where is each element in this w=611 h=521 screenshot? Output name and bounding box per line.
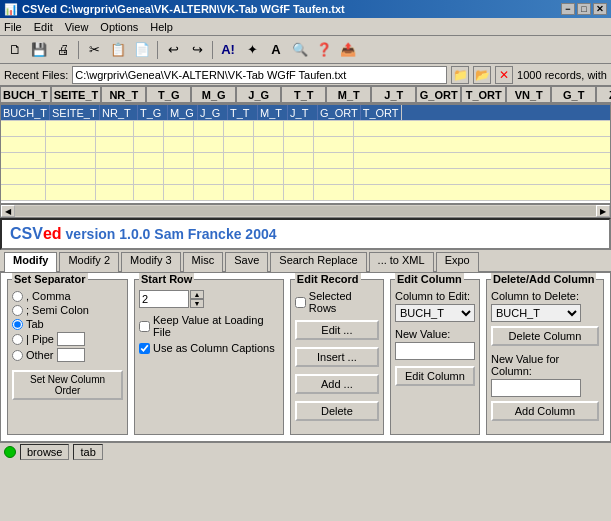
edit-column-button[interactable]: Edit Column — [395, 366, 475, 386]
menu-item-file[interactable]: File — [4, 21, 22, 33]
minimize-button[interactable]: − — [561, 3, 575, 15]
horizontal-scrollbar[interactable]: ◀ ▶ — [0, 204, 611, 218]
toolbar-copy[interactable]: 📋 — [107, 39, 129, 61]
toolbar-save[interactable]: 💾 — [28, 39, 50, 61]
use-captions-wrap: Use as Column Captions — [139, 342, 279, 354]
title-bar-controls[interactable]: − □ ✕ — [561, 3, 607, 15]
open-folder-button[interactable]: 📁 — [451, 66, 469, 84]
selected-rows-checkbox[interactable] — [295, 297, 306, 308]
selected-rows-label[interactable]: Selected Rows — [295, 290, 379, 314]
open-file-button[interactable]: 📂 — [473, 66, 491, 84]
delete-add-column-title: Delete/Add Column — [491, 273, 596, 285]
column-to-delete-select[interactable]: BUCH_T — [491, 304, 581, 322]
delete-column-button[interactable]: Delete Column — [491, 326, 599, 346]
spinner-down-button[interactable]: ▼ — [190, 299, 204, 308]
toolbar-paste[interactable]: 📄 — [131, 39, 153, 61]
tab-misc[interactable]: Misc — [183, 252, 224, 272]
delete-add-column-panel: Delete/Add Column Column to Delete: BUCH… — [486, 279, 604, 435]
set-separator-panel: Set Separator , Comma ; Semi Colon Tab |… — [7, 279, 128, 435]
tab-modify2[interactable]: Modify 2 — [59, 252, 119, 272]
use-captions-checkbox[interactable] — [139, 343, 150, 354]
toolbar-search[interactable]: 🔍 — [289, 39, 311, 61]
gh-2: NR_T — [100, 105, 138, 120]
add-column-button[interactable]: Add Column — [491, 401, 599, 421]
gh-9: G_ORT — [318, 105, 361, 120]
semicolon-radio-label[interactable]: ; Semi Colon — [12, 304, 123, 316]
menu-item-edit[interactable]: Edit — [34, 21, 53, 33]
tab-modify[interactable]: Modify — [4, 252, 57, 272]
toolbar-print[interactable]: 🖨 — [52, 39, 74, 61]
tab-label: Tab — [26, 318, 44, 330]
toolbar-sep1 — [78, 41, 79, 59]
other-text-input[interactable] — [57, 348, 85, 362]
comma-radio-label[interactable]: , Comma — [12, 290, 123, 302]
toolbar-help[interactable]: ❓ — [313, 39, 335, 61]
pipe-radio[interactable] — [12, 334, 23, 345]
col-header-13: Z_T — [596, 86, 611, 103]
semicolon-radio[interactable] — [12, 305, 23, 316]
selected-rows-wrap: Selected Rows — [295, 290, 379, 314]
col-header-5: J_G — [236, 86, 281, 103]
tab-to-xml[interactable]: ... to XML — [369, 252, 434, 272]
delete-button[interactable]: Delete — [295, 401, 379, 421]
edit-button[interactable]: Edit ... — [295, 320, 379, 340]
menu-item-help[interactable]: Help — [150, 21, 173, 33]
insert-button[interactable]: Insert ... — [295, 347, 379, 367]
pipe-radio-label[interactable]: | Pipe — [12, 332, 123, 346]
tab-expo[interactable]: Expo — [436, 252, 479, 272]
col-header-0: BUCH_T — [0, 86, 51, 103]
col-header-11: VN_T — [506, 86, 551, 103]
other-radio[interactable] — [12, 350, 23, 361]
edit-column-panel: Edit Column Column to Edit: BUCH_T New V… — [390, 279, 480, 435]
edit-record-title: Edit Record — [295, 273, 361, 285]
toolbar-star[interactable]: ✦ — [241, 39, 263, 61]
toolbar-redo[interactable]: ↪ — [186, 39, 208, 61]
start-row-input[interactable] — [139, 290, 189, 308]
col-header-8: J_T — [371, 86, 416, 103]
column-to-edit-select[interactable]: BUCH_T — [395, 304, 475, 322]
tab-search-replace[interactable]: Search Replace — [270, 252, 366, 272]
menu-item-view[interactable]: View — [65, 21, 89, 33]
gh-3: T_G — [138, 105, 168, 120]
spinner-up-button[interactable]: ▲ — [190, 290, 204, 299]
menu-item-options[interactable]: Options — [100, 21, 138, 33]
grid-row-4 — [1, 169, 610, 185]
toolbar-undo[interactable]: ↩ — [162, 39, 184, 61]
set-column-order-button[interactable]: Set New Column Order — [12, 370, 123, 400]
tab-radio[interactable] — [12, 319, 23, 330]
tab-modify3[interactable]: Modify 3 — [121, 252, 181, 272]
toolbar-new[interactable]: 🗋 — [4, 39, 26, 61]
keep-value-checkbox[interactable] — [139, 321, 150, 332]
gh-4: M_G — [168, 105, 198, 120]
other-radio-label[interactable]: Other — [12, 348, 123, 362]
new-value-for-column-label: New Value for Column: — [491, 353, 599, 377]
column-to-edit-label: Column to Edit: — [395, 290, 475, 302]
pipe-text-input[interactable] — [57, 332, 85, 346]
close-button[interactable]: ✕ — [593, 3, 607, 15]
tab-radio-label[interactable]: Tab — [12, 318, 123, 330]
scroll-left-button[interactable]: ◀ — [1, 205, 15, 217]
recent-files-combo[interactable] — [72, 66, 447, 84]
maximize-button[interactable]: □ — [577, 3, 591, 15]
comma-radio[interactable] — [12, 291, 23, 302]
records-label: 1000 records, with — [517, 69, 607, 81]
keep-value-label[interactable]: Keep Value at Loading File — [139, 314, 279, 338]
version-ed: ed — [43, 225, 62, 243]
column-to-edit-wrap: Column to Edit: BUCH_T — [395, 290, 475, 322]
add-button[interactable]: Add ... — [295, 374, 379, 394]
tab-save[interactable]: Save — [225, 252, 268, 272]
delete-recent-button[interactable]: ✕ — [495, 66, 513, 84]
col-header-12: G_T — [551, 86, 596, 103]
toolbar-export[interactable]: 📤 — [337, 39, 359, 61]
new-value-input[interactable] — [395, 342, 475, 360]
col-header-4: M_G — [191, 86, 236, 103]
scroll-right-button[interactable]: ▶ — [596, 205, 610, 217]
use-captions-label[interactable]: Use as Column Captions — [139, 342, 279, 354]
toolbar-cut[interactable]: ✂ — [83, 39, 105, 61]
toolbar-text[interactable]: A — [265, 39, 287, 61]
toolbar-format[interactable]: A! — [217, 39, 239, 61]
gh-5: J_G — [198, 105, 228, 120]
new-value-for-column-input[interactable] — [491, 379, 581, 397]
new-value-for-column-wrap: New Value for Column: — [491, 353, 599, 397]
scroll-track — [15, 206, 596, 216]
